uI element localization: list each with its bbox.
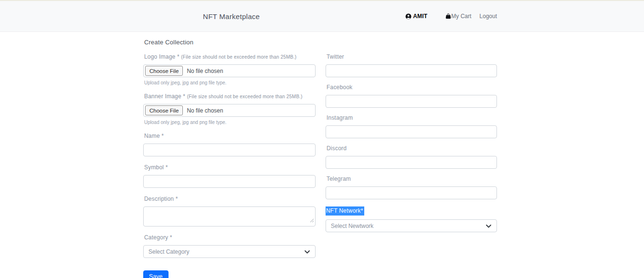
form-left-column: Logo Image * (File size should not be ex… bbox=[143, 53, 316, 278]
form-right-column: Twitter Facebook Instagram Discord Teleg… bbox=[326, 53, 497, 278]
name-label: Name * bbox=[144, 133, 316, 139]
category-select[interactable]: Select Category bbox=[143, 245, 316, 258]
instagram-input[interactable] bbox=[326, 125, 497, 138]
person-circle-icon bbox=[405, 13, 412, 20]
banner-image-hint: (File size should not be exceeded more t… bbox=[187, 94, 303, 99]
logout-link[interactable]: Logout bbox=[479, 13, 497, 20]
twitter-label: Twitter bbox=[327, 53, 497, 60]
banner-image-group: Banner Image * (File size should not be … bbox=[143, 93, 316, 125]
chevron-down-icon bbox=[304, 248, 310, 255]
banner-image-label: Banner Image * (File size should not be … bbox=[144, 93, 316, 100]
logo-file-input[interactable]: Choose File No file chosen bbox=[143, 64, 316, 77]
chevron-down-icon bbox=[486, 223, 492, 229]
nft-network-select[interactable]: Select Newtwork bbox=[326, 219, 497, 232]
logo-upload-note: Upload only jpeg, jpg and png file type. bbox=[144, 80, 316, 85]
page-title: Create Collection bbox=[144, 39, 644, 46]
logo-image-hint: (File size should not be exceeded more t… bbox=[181, 54, 296, 60]
navbar-right: AMIT My Cart Logout bbox=[405, 13, 497, 20]
main-content: Create Collection Logo Image * (File siz… bbox=[0, 32, 644, 278]
nft-network-label: NFT Network* bbox=[326, 206, 364, 216]
category-group: Category * Select Category bbox=[143, 234, 316, 258]
logo-file-status: No file chosen bbox=[187, 68, 223, 74]
create-collection-form: Logo Image * (File size should not be ex… bbox=[143, 53, 644, 278]
banner-file-input[interactable]: Choose File No file chosen bbox=[143, 104, 316, 117]
user-menu[interactable]: AMIT bbox=[405, 13, 427, 20]
user-name: AMIT bbox=[413, 13, 427, 20]
banner-file-status: No file chosen bbox=[187, 107, 223, 114]
my-cart-label: My Cart bbox=[451, 13, 471, 20]
discord-input[interactable] bbox=[326, 156, 497, 169]
banner-choose-file-button[interactable]: Choose File bbox=[145, 105, 183, 115]
twitter-group: Twitter bbox=[326, 53, 497, 77]
instagram-group: Instagram bbox=[326, 114, 497, 138]
description-textarea[interactable] bbox=[143, 206, 316, 227]
nft-network-selected-value: Select Newtwork bbox=[331, 223, 373, 229]
telegram-input[interactable] bbox=[326, 186, 497, 199]
description-label: Description * bbox=[144, 196, 316, 202]
cart-bag-icon bbox=[445, 13, 451, 19]
brand-title: NFT Marketplace bbox=[203, 12, 260, 21]
name-group: Name * bbox=[143, 133, 316, 156]
facebook-input[interactable] bbox=[326, 95, 497, 108]
twitter-input[interactable] bbox=[326, 64, 497, 77]
facebook-group: Facebook bbox=[326, 84, 497, 108]
category-label: Category * bbox=[144, 234, 316, 241]
my-cart-link[interactable]: My Cart bbox=[445, 13, 471, 20]
logo-image-group: Logo Image * (File size should not be ex… bbox=[143, 53, 316, 85]
symbol-group: Symbol * bbox=[143, 164, 316, 188]
logo-image-label: Logo Image * (File size should not be ex… bbox=[144, 53, 316, 60]
category-selected-value: Select Category bbox=[148, 248, 189, 255]
symbol-label: Symbol * bbox=[144, 164, 316, 171]
symbol-input[interactable] bbox=[143, 175, 316, 188]
telegram-group: Telegram bbox=[326, 175, 497, 199]
navbar: NFT Marketplace AMIT My Cart Logout bbox=[0, 1, 644, 32]
nft-network-group: NFT Network* Select Newtwork bbox=[326, 206, 497, 232]
save-button[interactable]: Save bbox=[143, 270, 169, 278]
banner-upload-note: Upload only jpeg, jpg and png file type. bbox=[144, 120, 316, 125]
telegram-label: Telegram bbox=[327, 175, 497, 182]
logo-choose-file-button[interactable]: Choose File bbox=[145, 66, 183, 76]
name-input[interactable] bbox=[143, 144, 316, 156]
description-group: Description * bbox=[143, 196, 316, 227]
discord-group: Discord bbox=[326, 145, 497, 169]
facebook-label: Facebook bbox=[327, 84, 497, 91]
instagram-label: Instagram bbox=[327, 114, 497, 121]
discord-label: Discord bbox=[327, 145, 497, 152]
